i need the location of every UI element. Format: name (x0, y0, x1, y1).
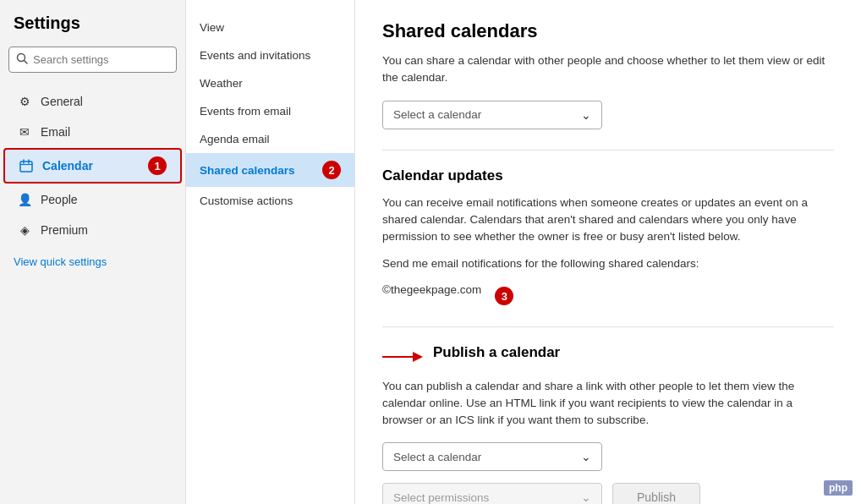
chevron-down-icon-2: ⌄ (581, 450, 591, 463)
sidebar-item-people[interactable]: 👤 People (3, 185, 182, 214)
select-calendar-2-label: Select a calendar (393, 451, 481, 463)
sidebar-item-people-label: People (41, 193, 78, 206)
person-icon: 👤 (17, 192, 32, 207)
middle-nav-agenda-email[interactable]: Agenda email (186, 125, 354, 153)
calendar-email: ©thegeekpage.com (382, 283, 481, 296)
send-email-label: Send me email notifications for the foll… (382, 255, 834, 272)
select-calendar-dropdown-1[interactable]: Select a calendar ⌄ (382, 101, 602, 129)
divider-1 (382, 150, 834, 151)
middle-nav-shared-calendars[interactable]: Shared calendars 2 (186, 153, 354, 187)
middle-nav-weather[interactable]: Weather (186, 69, 354, 97)
main-content: Shared calendars You can share a calenda… (355, 0, 861, 504)
view-quick-settings-link[interactable]: View quick settings (0, 249, 185, 275)
page-title: Shared calendars (382, 20, 834, 42)
publish-desc: You can publish a calendar and share a l… (382, 378, 834, 430)
annotation-3-container: ©thegeekpage.com 3 (382, 283, 834, 310)
middle-nav: View Events and invitations Weather Even… (186, 0, 355, 504)
search-input[interactable] (33, 53, 169, 66)
diamond-icon: ◈ (17, 222, 32, 238)
arrow-annotation-svg (382, 348, 425, 365)
share-description: You can share a calendar with other peop… (382, 52, 834, 87)
php-badge: php (824, 480, 853, 496)
middle-nav-events-invitations[interactable]: Events and invitations (186, 41, 354, 69)
badge-3: 3 (495, 287, 513, 305)
middle-nav-view[interactable]: View (186, 14, 354, 41)
divider-2 (382, 326, 834, 327)
publish-button[interactable]: Publish (612, 483, 700, 504)
shared-calendars-label: Shared calendars (200, 164, 295, 177)
chevron-down-icon-3: ⌄ (581, 490, 591, 504)
badge-1: 1 (148, 156, 167, 175)
select-permissions-dropdown[interactable]: Select permissions ⌄ (382, 483, 602, 504)
sidebar-item-calendar-label: Calendar (42, 159, 93, 173)
middle-nav-customise-actions[interactable]: Customise actions (186, 187, 354, 215)
sidebar-item-general[interactable]: ⚙ General (3, 87, 182, 116)
calendar-updates-title: Calendar updates (382, 167, 834, 184)
select-permissions-label: Select permissions (393, 491, 489, 504)
svg-line-1 (25, 61, 28, 64)
publish-controls: Select permissions ⌄ Publish (382, 483, 834, 504)
svg-rect-2 (20, 162, 32, 172)
sidebar-item-premium[interactable]: ◈ Premium (3, 216, 182, 244)
search-box[interactable] (8, 47, 177, 73)
calendar-updates-desc: You can receive email notifications when… (382, 194, 834, 246)
sidebar-item-general-label: General (41, 95, 83, 108)
app-title: Settings (0, 14, 185, 47)
middle-nav-events-from-email[interactable]: Events from email (186, 97, 354, 125)
sidebar-item-premium-label: Premium (41, 223, 88, 237)
sidebar-item-calendar[interactable]: Calendar 1 (3, 148, 182, 184)
chevron-down-icon-1: ⌄ (581, 108, 591, 122)
mail-icon: ✉ (17, 124, 32, 140)
publish-section: Publish a calendar You can publish a cal… (382, 344, 834, 505)
search-icon (16, 52, 28, 67)
select-calendar-dropdown-2[interactable]: Select a calendar ⌄ (382, 442, 602, 471)
sidebar-item-email-label: Email (41, 125, 70, 139)
sidebar: Settings ⚙ General ✉ Email Calendar 1 (0, 0, 186, 504)
sidebar-item-email[interactable]: ✉ Email (3, 118, 182, 146)
badge-2: 2 (322, 161, 341, 179)
select-calendar-1-label: Select a calendar (393, 108, 481, 121)
calendar-icon (19, 158, 34, 173)
publish-calendar-title: Publish a calendar (433, 344, 560, 361)
gear-icon: ⚙ (17, 94, 32, 109)
